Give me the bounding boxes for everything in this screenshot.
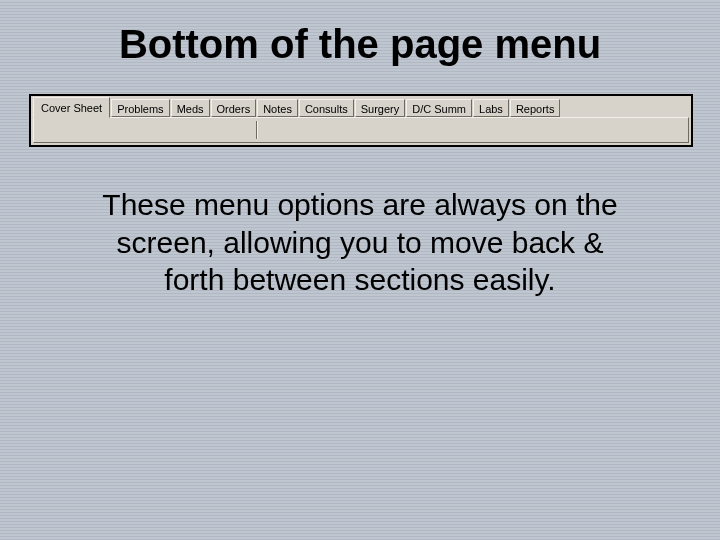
slide-description: These menu options are always on the scr… [90,186,630,299]
tab-consults[interactable]: Consults [299,99,354,117]
panel-divider [256,121,258,139]
slide-title: Bottom of the page menu [0,22,720,67]
tab-surgery[interactable]: Surgery [355,99,406,117]
tab-bar-screenshot: Cover Sheet Problems Meds Orders Notes C… [29,94,693,147]
tab-labs[interactable]: Labs [473,99,509,117]
tab-dc-summ[interactable]: D/C Summ [406,99,472,117]
tab-notes[interactable]: Notes [257,99,298,117]
tab-problems[interactable]: Problems [111,99,169,117]
tab-orders[interactable]: Orders [211,99,257,117]
tab-cover-sheet[interactable]: Cover Sheet [33,97,110,118]
tab-strip: Cover Sheet Problems Meds Orders Notes C… [33,97,689,118]
tab-reports[interactable]: Reports [510,99,561,117]
tab-panel [33,117,689,143]
tab-meds[interactable]: Meds [171,99,210,117]
